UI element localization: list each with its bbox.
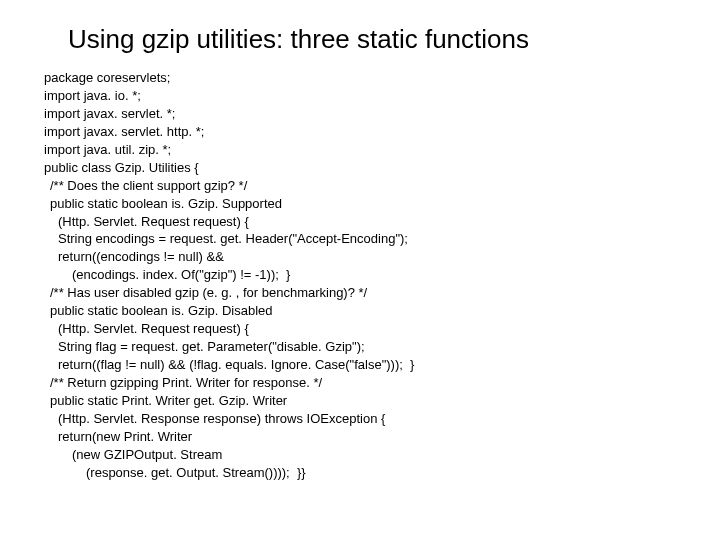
code-line: public static boolean is. Gzip. Supporte… — [44, 195, 676, 213]
code-line: import java. util. zip. *; — [44, 141, 676, 159]
code-line: public static boolean is. Gzip. Disabled — [44, 302, 676, 320]
code-line: (Http. Servlet. Request request) { — [44, 320, 676, 338]
code-line: String flag = request. get. Parameter("d… — [44, 338, 676, 356]
code-line: import javax. servlet. *; — [44, 105, 676, 123]
code-line: package coreservlets; — [44, 69, 676, 87]
code-comment: /** Does the client support gzip? */ — [44, 177, 676, 195]
slide-title: Using gzip utilities: three static funct… — [68, 24, 676, 55]
code-comment: /** Return gzipping Print. Writer for re… — [44, 374, 676, 392]
code-line: (encodings. index. Of("gzip") != -1)); } — [44, 266, 676, 284]
code-line: (Http. Servlet. Request request) { — [44, 213, 676, 231]
code-comment: /** Has user disabled gzip (e. g. , for … — [44, 284, 676, 302]
code-line: String encodings = request. get. Header(… — [44, 230, 676, 248]
code-line: import java. io. *; — [44, 87, 676, 105]
code-line: public class Gzip. Utilities { — [44, 159, 676, 177]
code-line: (Http. Servlet. Response response) throw… — [44, 410, 676, 428]
code-line: return(new Print. Writer — [44, 428, 676, 446]
code-line: return((flag != null) && (!flag. equals.… — [44, 356, 676, 374]
code-line: (response. get. Output. Stream()))); }} — [44, 464, 676, 482]
code-block: package coreservlets; import java. io. *… — [44, 69, 676, 482]
code-line: import javax. servlet. http. *; — [44, 123, 676, 141]
code-line: public static Print. Writer get. Gzip. W… — [44, 392, 676, 410]
code-line: return((encodings != null) && — [44, 248, 676, 266]
code-line: (new GZIPOutput. Stream — [44, 446, 676, 464]
